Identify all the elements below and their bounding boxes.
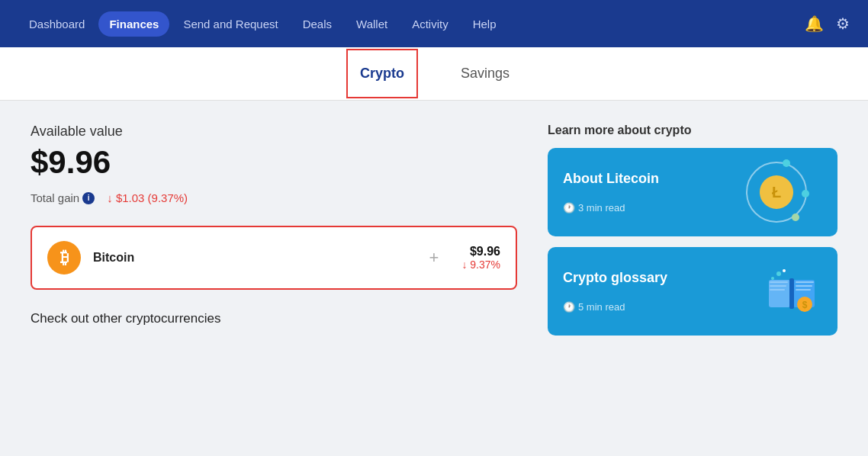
nav-icons: 🔔 ⚙ — [805, 14, 850, 33]
orbit-dot-top — [783, 159, 790, 167]
main-content: Available value $9.96 Total gain i ↓ $1.… — [0, 101, 868, 456]
svg-rect-8 — [796, 289, 811, 291]
svg-rect-6 — [796, 281, 814, 283]
total-gain-label: Total gain i — [31, 191, 95, 204]
clock-icon: 🕐 — [563, 202, 575, 214]
available-value-amount: $9.96 — [31, 144, 517, 181]
nav-items: Dashboard Finances Send and Request Deal… — [18, 11, 805, 37]
total-gain-row: Total gain i ↓ $1.03 (9.37%) — [31, 191, 517, 204]
tab-savings[interactable]: Savings — [448, 50, 522, 97]
bitcoin-name: Bitcoin — [93, 251, 407, 265]
about-litecoin-card[interactable]: About Litecoin 🕐 3 min read Ł — [548, 148, 837, 236]
bitcoin-amount: $9.96 — [461, 245, 500, 259]
orbit-dot-right — [802, 190, 809, 197]
bitcoin-add-button[interactable]: + — [429, 248, 439, 268]
book-illustration: $ — [761, 261, 822, 322]
ltc-orbit: Ł — [746, 162, 807, 223]
nav-item-send-request[interactable]: Send and Request — [172, 11, 288, 37]
svg-rect-3 — [770, 281, 788, 283]
svg-rect-0 — [769, 280, 790, 307]
svg-rect-5 — [770, 289, 785, 291]
nav-item-help[interactable]: Help — [462, 11, 507, 37]
svg-text:$: $ — [802, 300, 808, 310]
available-value-label: Available value — [31, 124, 517, 140]
navbar: Dashboard Finances Send and Request Deal… — [0, 0, 868, 47]
bitcoin-values: $9.96 ↓ 9.37% — [461, 245, 500, 271]
svg-point-12 — [771, 277, 774, 280]
bitcoin-icon: ₿ — [47, 241, 81, 275]
tab-crypto[interactable]: Crypto — [346, 49, 418, 98]
svg-point-11 — [776, 271, 781, 276]
left-panel: Available value $9.96 Total gain i ↓ $1.… — [31, 124, 517, 433]
litecoin-card-time: 🕐 3 min read — [563, 202, 659, 214]
bitcoin-card[interactable]: ₿ Bitcoin + $9.96 ↓ 9.37% — [31, 226, 517, 290]
svg-rect-2 — [789, 278, 794, 309]
svg-rect-7 — [796, 285, 812, 287]
litecoin-card-title: About Litecoin — [563, 171, 659, 187]
svg-point-13 — [783, 269, 786, 272]
glossary-card-title: Crypto glossary — [563, 270, 667, 286]
nav-item-wallet[interactable]: Wallet — [346, 11, 398, 37]
litecoin-card-text: About Litecoin 🕐 3 min read — [563, 171, 659, 214]
orbit-dot-bottom — [792, 214, 799, 221]
right-panel: Learn more about crypto About Litecoin 🕐… — [548, 124, 837, 433]
clock-icon-2: 🕐 — [563, 301, 575, 313]
glossary-card-text: Crypto glossary 🕐 5 min read — [563, 270, 667, 313]
nav-item-deals[interactable]: Deals — [292, 11, 342, 37]
svg-rect-4 — [770, 285, 786, 287]
bell-icon[interactable]: 🔔 — [805, 14, 824, 33]
info-icon[interactable]: i — [82, 192, 95, 204]
bitcoin-change: ↓ 9.37% — [461, 259, 500, 271]
glossary-card-time: 🕐 5 min read — [563, 301, 667, 313]
nav-item-finances[interactable]: Finances — [98, 11, 169, 37]
tabs-bar: Crypto Savings — [0, 47, 868, 101]
crypto-glossary-card[interactable]: Crypto glossary 🕐 5 min read — [548, 247, 837, 336]
gear-icon[interactable]: ⚙ — [836, 14, 850, 33]
nav-item-activity[interactable]: Activity — [401, 11, 459, 37]
learn-label: Learn more about crypto — [548, 124, 837, 137]
litecoin-illustration: Ł — [746, 162, 822, 223]
ltc-coin: Ł — [760, 175, 793, 209]
total-gain-value: ↓ $1.03 (9.37%) — [107, 191, 188, 204]
nav-item-dashboard[interactable]: Dashboard — [18, 11, 95, 37]
check-other-label: Check out other cryptocurrencies — [31, 311, 517, 326]
